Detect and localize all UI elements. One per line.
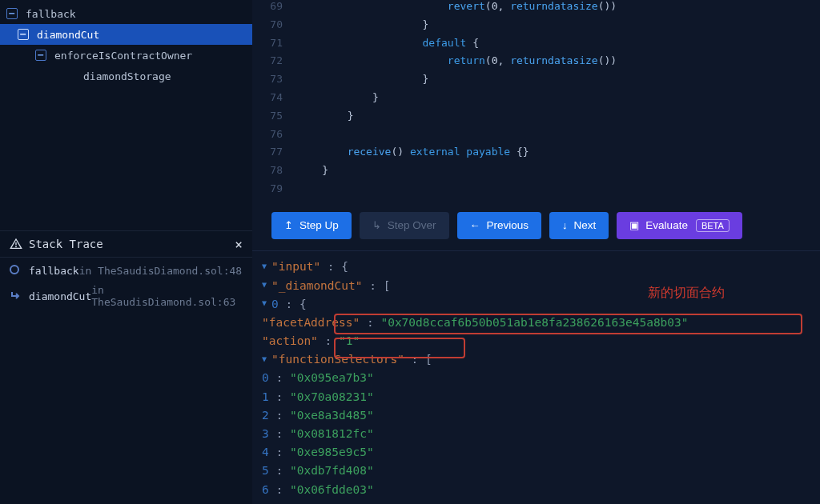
code-line[interactable]: 70 } — [252, 18, 820, 37]
expand-icon[interactable]: ▼ — [262, 262, 271, 270]
expand-icon[interactable]: ▼ — [262, 298, 271, 307]
stack-trace-list: fallback in TheSaudisDiamond.sol:48diamo… — [0, 258, 252, 309]
next-label: Next — [574, 219, 597, 231]
line-number: 78 — [252, 164, 297, 182]
enter-icon — [10, 290, 21, 302]
code-line[interactable]: 73 } — [252, 73, 820, 91]
previous-label: Previous — [487, 219, 529, 231]
code-line[interactable]: 77 receive() external payable {} — [252, 146, 820, 164]
line-number: 75 — [252, 110, 297, 128]
stack-trace-title: Stack Trace — [29, 238, 103, 250]
next-button[interactable]: ↓ Next — [549, 212, 609, 239]
tree-item-diamondStorage[interactable]: diamondStorage — [0, 66, 252, 86]
json-line[interactable]: ▼ "input" : { — [262, 258, 820, 276]
highlight-action — [334, 338, 465, 358]
svg-point-1 — [16, 246, 17, 247]
stack-frame-fallback[interactable]: fallback in TheSaudisDiamond.sol:48 — [0, 258, 252, 283]
code-line[interactable]: 71 default { — [252, 37, 820, 55]
close-icon[interactable]: × — [235, 237, 243, 252]
collapse-icon[interactable]: − — [35, 50, 46, 61]
code-content: receive() external payable {} — [297, 146, 529, 164]
tree-item-label: diamondCut — [37, 29, 99, 41]
highlight-facet — [334, 314, 802, 334]
line-number: 79 — [252, 182, 297, 201]
step-over-button[interactable]: ↳ Step Over — [360, 212, 449, 239]
json-viewer[interactable]: 新的切面合约 ▼ "input" : { ▼ "_diamondCut" : [… — [252, 250, 820, 504]
previous-icon: ← — [470, 219, 480, 231]
tree-item-enforceIsContractOwner[interactable]: −enforceIsContractOwner — [0, 45, 252, 66]
code-line[interactable]: 78 } — [252, 164, 820, 182]
evaluate-button[interactable]: ▣ Evaluate BETA — [617, 212, 742, 239]
json-line[interactable]: 5 : "0xdb7fd408" — [262, 462, 820, 480]
step-up-button[interactable]: ↥ Step Up — [271, 212, 352, 239]
collapse-icon[interactable]: − — [18, 29, 29, 40]
line-number: 71 — [252, 37, 297, 55]
next-icon: ↓ — [562, 219, 568, 231]
previous-button[interactable]: ← Previous — [457, 212, 542, 239]
annotation-label: 新的切面合约 — [648, 285, 725, 302]
json-line[interactable]: 4 : "0xe985e9c5" — [262, 443, 820, 462]
line-number: 70 — [252, 18, 297, 37]
warning-icon — [10, 238, 22, 250]
code-content: } — [297, 110, 353, 128]
json-line[interactable]: 0 : "0x095ea7b3" — [262, 369, 820, 387]
code-content: } — [297, 73, 428, 91]
line-number: 73 — [252, 73, 297, 91]
tree-item-label: enforceIsContractOwner — [54, 50, 192, 62]
debugger-toolbar: ↥ Step Up ↳ Step Over ← Previous ↓ Next … — [252, 201, 820, 250]
code-line[interactable]: 72 return(0, returndatasize()) — [252, 54, 820, 73]
step-up-icon: ↥ — [284, 219, 293, 231]
line-number: 76 — [252, 128, 297, 146]
json-line[interactable]: 2 : "0xe8a3d485" — [262, 406, 820, 424]
json-line[interactable]: 6 : "0x06fdde03" — [262, 480, 820, 498]
stack-fn: fallback — [29, 265, 79, 277]
code-line[interactable]: 79 — [252, 182, 820, 201]
code-line[interactable]: 74 } — [252, 91, 820, 110]
call-tree: −fallback−diamondCut−enforceIsContractOw… — [0, 0, 252, 86]
collapse-icon[interactable]: − — [6, 8, 18, 19]
code-content: } — [297, 164, 328, 182]
stack-fn: diamondCut — [29, 290, 91, 302]
step-over-icon: ↳ — [372, 219, 381, 231]
stack-location: in TheSaudisDiamond.sol:48 — [79, 265, 243, 277]
line-number: 69 — [252, 0, 297, 18]
code-content: } — [297, 18, 428, 37]
code-line[interactable]: 75 } — [252, 110, 820, 128]
stack-trace-header: Stack Trace × — [0, 230, 252, 258]
json-line[interactable]: ▼ "_diamondCut" : [ — [262, 276, 820, 294]
stack-location: in TheSaudisDiamond.sol:63 — [91, 284, 243, 308]
json-line[interactable]: ▼ 0 : { — [262, 294, 820, 313]
step-up-label: Step Up — [299, 219, 339, 231]
code-editor[interactable]: 69 revert(0, returndatasize())70 }71 def… — [252, 0, 820, 201]
line-number: 77 — [252, 146, 297, 164]
line-number: 74 — [252, 91, 297, 110]
code-content: return(0, returndatasize()) — [297, 54, 617, 73]
evaluate-label: Evaluate — [645, 219, 688, 231]
circle-icon — [10, 265, 21, 276]
code-content: default { — [297, 37, 479, 55]
stack-frame-diamondCut[interactable]: diamondCut in TheSaudisDiamond.sol:63 — [0, 283, 252, 309]
line-number: 72 — [252, 54, 297, 73]
expand-icon[interactable]: ▼ — [262, 354, 271, 363]
tree-item-fallback[interactable]: −fallback — [0, 3, 252, 24]
code-content: revert(0, returndatasize()) — [297, 0, 617, 18]
json-line[interactable]: 1 : "0x70a08231" — [262, 387, 820, 406]
tree-item-diamondCut[interactable]: −diamondCut — [0, 24, 252, 45]
code-line[interactable]: 76 — [252, 128, 820, 146]
expand-icon[interactable]: ▼ — [262, 280, 271, 289]
code-line[interactable]: 69 revert(0, returndatasize()) — [252, 0, 820, 18]
tree-item-label: fallback — [26, 8, 76, 20]
tree-item-label: diamondStorage — [83, 70, 171, 82]
beta-badge: BETA — [696, 219, 730, 232]
evaluate-icon: ▣ — [629, 219, 639, 231]
json-line[interactable]: 3 : "0x081812fc" — [262, 424, 820, 442]
code-content: } — [297, 91, 379, 110]
step-over-label: Step Over — [388, 219, 436, 231]
